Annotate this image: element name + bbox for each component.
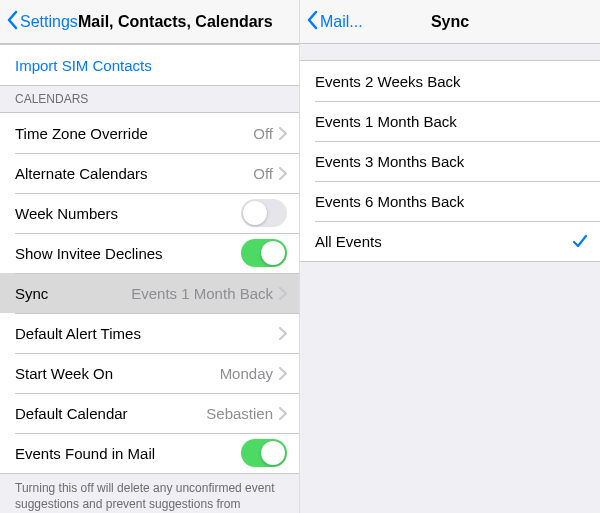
sync-option[interactable]: All Events bbox=[300, 221, 600, 261]
import-sim-label: Import SIM Contacts bbox=[15, 57, 287, 74]
chevron-right-icon bbox=[279, 127, 287, 140]
settings-pane: Settings Mail, Contacts, Calendars Impor… bbox=[0, 0, 300, 513]
page-title-left: Mail, Contacts, Calendars bbox=[78, 13, 299, 31]
section-header-calendars: CALENDARS bbox=[0, 86, 299, 112]
row-timezone[interactable]: Time Zone Override Off bbox=[0, 113, 299, 153]
switch-invitee-declines[interactable] bbox=[241, 239, 287, 267]
back-button-right[interactable]: Mail... bbox=[306, 10, 363, 34]
chevron-left-icon bbox=[6, 10, 18, 34]
sync-option[interactable]: Events 6 Months Back bbox=[300, 181, 600, 221]
switch-week-numbers[interactable] bbox=[241, 199, 287, 227]
chevron-right-icon bbox=[279, 167, 287, 180]
navbar-left: Settings Mail, Contacts, Calendars bbox=[0, 0, 299, 44]
row-default-calendar[interactable]: Default Calendar Sebastien bbox=[0, 393, 299, 433]
checkmark-icon bbox=[572, 233, 588, 249]
content-left: Import SIM Contacts CALENDARS Time Zone … bbox=[0, 44, 299, 513]
chevron-right-icon bbox=[279, 407, 287, 420]
chevron-right-icon bbox=[279, 327, 287, 340]
chevron-left-icon bbox=[306, 10, 318, 34]
sync-pane: Mail... Sync Events 2 Weeks Back Events … bbox=[300, 0, 600, 513]
import-sim-row[interactable]: Import SIM Contacts bbox=[0, 45, 299, 85]
sync-option[interactable]: Events 2 Weeks Back bbox=[300, 61, 600, 101]
switch-events-found-mail[interactable] bbox=[241, 439, 287, 467]
row-invitee-declines: Show Invitee Declines bbox=[0, 233, 299, 273]
row-start-week-on[interactable]: Start Week On Monday bbox=[0, 353, 299, 393]
row-alternate-calendars[interactable]: Alternate Calendars Off bbox=[0, 153, 299, 193]
navbar-right: Mail... Sync bbox=[300, 0, 600, 44]
content-right: Events 2 Weeks Back Events 1 Month Back … bbox=[300, 44, 600, 513]
back-label-left: Settings bbox=[20, 13, 78, 31]
back-button-left[interactable]: Settings bbox=[6, 10, 78, 34]
row-sync[interactable]: Sync Events 1 Month Back bbox=[0, 273, 299, 313]
footer-note: Turning this off will delete any unconfi… bbox=[0, 474, 299, 513]
chevron-right-icon bbox=[279, 287, 287, 300]
back-label-right: Mail... bbox=[320, 13, 363, 31]
row-events-found-mail: Events Found in Mail bbox=[0, 433, 299, 473]
row-default-alert-times[interactable]: Default Alert Times bbox=[0, 313, 299, 353]
row-week-numbers: Week Numbers bbox=[0, 193, 299, 233]
chevron-right-icon bbox=[279, 367, 287, 380]
sync-option[interactable]: Events 1 Month Back bbox=[300, 101, 600, 141]
sync-option[interactable]: Events 3 Months Back bbox=[300, 141, 600, 181]
